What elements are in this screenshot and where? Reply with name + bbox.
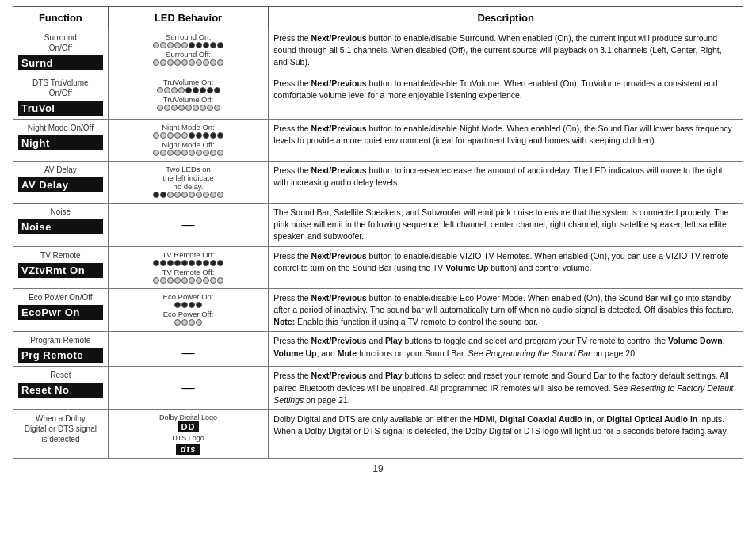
function-cell: TV RemoteVZtvRmt On bbox=[13, 246, 109, 288]
led-dot bbox=[164, 87, 170, 93]
table-row: ResetReset No—Press the Next/Previous an… bbox=[13, 367, 743, 410]
led-dot bbox=[196, 42, 202, 48]
page-number: 19 bbox=[13, 463, 743, 474]
led-dot bbox=[181, 150, 188, 156]
led-on-label: Night Mode On: bbox=[113, 123, 264, 131]
table-row: Night Mode On/OffNightNight Mode On:Nigh… bbox=[13, 120, 743, 162]
dts-logo-label: DTS Logo bbox=[172, 434, 204, 442]
led-dot bbox=[160, 260, 166, 266]
led-dot bbox=[167, 59, 174, 66]
led-cell: — bbox=[108, 204, 269, 247]
led-dot bbox=[160, 42, 166, 48]
function-cell: Night Mode On/OffNight bbox=[13, 120, 109, 162]
led-dot bbox=[160, 132, 166, 139]
led-dot bbox=[210, 192, 216, 198]
led-dot bbox=[157, 105, 163, 111]
led-dot bbox=[189, 132, 195, 139]
led-dot bbox=[181, 192, 188, 198]
description-cell: The Sound Bar, Satellite Speakers, and S… bbox=[269, 204, 743, 247]
table-row: Program RemotePrg Remote—Press the Next/… bbox=[13, 332, 743, 367]
led-dot bbox=[217, 192, 223, 198]
led-special-label: Two LEDs onthe left indicateno delay. bbox=[113, 165, 264, 191]
led-dot bbox=[217, 132, 223, 139]
led-dot bbox=[196, 302, 202, 308]
table-row: Eco Power On/OffEcoPwr OnEco Power On:Ec… bbox=[13, 288, 743, 332]
led-cell: Dolby Digital Logo DD DTS Logo dts bbox=[108, 409, 269, 458]
led-dot bbox=[203, 59, 209, 66]
led-dot bbox=[217, 59, 223, 66]
led-dot bbox=[214, 105, 220, 111]
description-cell: Press the Next/Previous and Play buttons… bbox=[269, 367, 743, 410]
func-badge: Night bbox=[18, 135, 103, 150]
func-badge: AV Delay bbox=[18, 177, 103, 192]
led-dot bbox=[181, 260, 188, 266]
led-dot bbox=[210, 277, 216, 284]
header-desc: Description bbox=[269, 7, 743, 29]
led-dash: — bbox=[113, 370, 264, 395]
led-on-label: Surround On: bbox=[113, 32, 264, 41]
led-dot bbox=[196, 277, 202, 284]
func-top-text: Eco Power On/Off bbox=[18, 292, 103, 303]
func-badge: Prg Remote bbox=[18, 348, 103, 363]
func-top-text: SurroundOn/Off bbox=[18, 32, 103, 53]
led-dot bbox=[153, 192, 159, 198]
table-row: When a DolbyDigital or DTS signalis dete… bbox=[13, 409, 743, 458]
table-row: TV RemoteVZtvRmt OnTV Remote On:TV Remot… bbox=[13, 246, 743, 288]
led-cell: Eco Power On:Eco Power Off: bbox=[108, 288, 269, 332]
led-dot bbox=[203, 150, 209, 156]
function-cell: NoiseNoise bbox=[13, 204, 109, 247]
led-dot bbox=[217, 277, 223, 284]
led-dot bbox=[181, 277, 188, 284]
led-dot bbox=[210, 150, 216, 156]
table-row: NoiseNoise—The Sound Bar, Satellite Spea… bbox=[13, 204, 743, 247]
led-dot bbox=[181, 302, 188, 308]
led-dot bbox=[181, 59, 188, 66]
table-row: DTS TruVolumeOn/OffTruVolTruVolume On:Tr… bbox=[13, 74, 743, 120]
func-badge: EcoPwr On bbox=[18, 305, 103, 320]
led-dot bbox=[167, 132, 174, 139]
led-dot bbox=[167, 260, 174, 266]
led-dot bbox=[210, 42, 216, 48]
led-dot bbox=[181, 319, 188, 326]
led-dot bbox=[171, 87, 178, 93]
led-dot bbox=[200, 105, 206, 111]
led-dot bbox=[214, 87, 220, 93]
led-dot bbox=[189, 319, 195, 326]
led-dot bbox=[217, 150, 223, 156]
func-top-text: Reset bbox=[18, 370, 103, 380]
led-dot bbox=[153, 42, 159, 48]
description-cell: Press the Next/Previous and Play buttons… bbox=[269, 332, 743, 367]
led-dot bbox=[193, 87, 199, 93]
led-cell: Two LEDs onthe left indicateno delay. bbox=[108, 162, 269, 204]
func-top-text: When a DolbyDigital or DTS signalis dete… bbox=[18, 413, 103, 444]
led-dot bbox=[203, 260, 209, 266]
led-on-label: TV Remote On: bbox=[113, 250, 264, 259]
led-dot bbox=[185, 105, 192, 111]
led-dot bbox=[189, 150, 195, 156]
led-dot bbox=[196, 260, 202, 266]
led-cell: Night Mode On:Night Mode Off: bbox=[108, 120, 269, 162]
led-dot bbox=[210, 59, 216, 66]
led-dot bbox=[207, 87, 213, 93]
description-cell: Press the Next/Previous button to increa… bbox=[269, 162, 743, 204]
led-dot bbox=[207, 105, 213, 111]
page-wrapper: Function LED Behavior Description Surrou… bbox=[0, 0, 756, 487]
table-row: SurroundOn/OffSurndSurround On:Surround … bbox=[13, 29, 743, 74]
func-top-text: Program Remote bbox=[18, 335, 103, 345]
led-off-label: Surround Off: bbox=[113, 50, 264, 59]
led-dot bbox=[153, 59, 159, 66]
led-dash: — bbox=[113, 207, 264, 232]
led-dot bbox=[174, 150, 181, 156]
function-cell: When a DolbyDigital or DTS signalis dete… bbox=[13, 409, 109, 458]
led-dot bbox=[203, 192, 209, 198]
led-dot bbox=[174, 59, 181, 66]
description-cell: Press the Next/Previous button to enable… bbox=[269, 120, 743, 162]
description-cell: Press the Next/Previous button to enable… bbox=[269, 29, 743, 74]
dolby-logo-label: Dolby Digital Logo bbox=[113, 413, 264, 421]
header-function: Function bbox=[13, 7, 109, 29]
led-dash: — bbox=[113, 335, 264, 360]
led-dot bbox=[189, 192, 195, 198]
led-dot bbox=[160, 277, 166, 284]
main-table: Function LED Behavior Description Surrou… bbox=[13, 6, 743, 459]
led-dot bbox=[153, 260, 159, 266]
